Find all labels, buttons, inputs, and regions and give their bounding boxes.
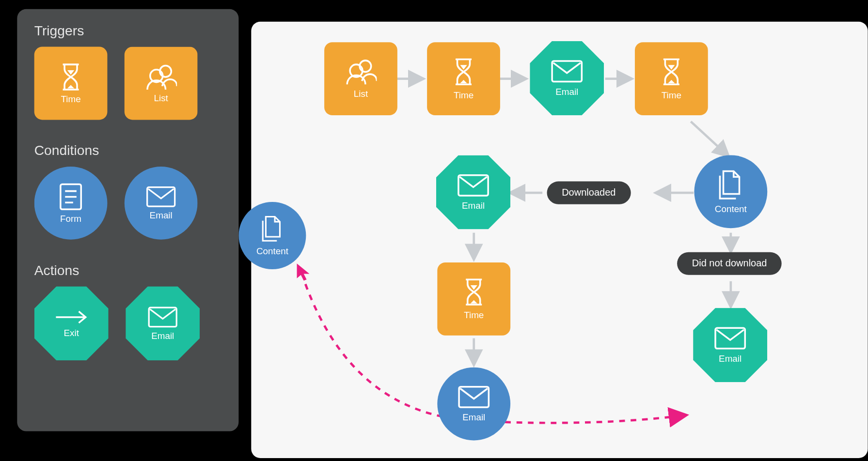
palette-item-email[interactable]: Email [125,167,198,240]
node-label: Content [715,204,747,215]
node-list[interactable]: List [324,42,397,115]
section-heading: Actions [34,262,221,278]
palette-item-label: Form [60,214,81,224]
node-label: Email [462,413,485,423]
dragging-node-content[interactable]: Content [238,202,306,269]
arrow-right-icon [54,308,89,328]
node-email-2[interactable]: Email [436,155,510,229]
palette-section-actions: Actions Exit Email [34,262,221,361]
svg-line-3 [691,122,728,156]
node-time-3[interactable]: Time [437,262,510,336]
palette-section-triggers: Triggers Time List [34,23,221,120]
palette-item-label: Exit [64,328,79,338]
edge-label-downloaded: Downloaded [547,182,631,204]
node-label: Time [662,90,681,100]
document-copy-icon [716,169,745,201]
svg-rect-12 [552,61,582,81]
edge-label-did-not-download: Did not download [677,252,782,275]
section-heading: Conditions [34,143,221,159]
svg-rect-15 [715,328,745,348]
palette-section-conditions: Conditions Form Email [34,143,221,240]
node-label: Time [464,310,484,321]
svg-rect-14 [459,387,489,407]
hourglass-icon [462,277,485,307]
node-label: Time [454,90,473,100]
palette-item-list[interactable]: List [125,47,198,120]
palette-item-form[interactable]: Form [34,167,108,240]
palette-item-time[interactable]: Time [34,47,108,120]
svg-rect-13 [458,175,488,196]
node-label: List [354,89,368,99]
svg-rect-24 [149,307,176,326]
workflow-builder-diagram: List Time Email Time Content Downloaded … [0,0,868,458]
hourglass-icon [452,57,475,87]
node-email-3[interactable]: Email [437,368,510,441]
envelope-icon [457,173,489,197]
palette-item-label: Email [150,211,173,221]
envelope-icon [458,385,490,409]
users-icon [345,58,377,86]
palette-item-label: Email [151,331,174,341]
node-label: Email [719,353,742,364]
palette-item-label: List [154,93,168,103]
envelope-icon [147,306,178,331]
palette-item-label: Time [61,94,80,104]
envelope-icon [714,326,747,350]
form-icon [58,182,83,214]
envelope-icon [145,185,176,211]
envelope-icon [551,60,584,83]
document-copy-icon [260,215,285,243]
node-label: Email [462,201,485,211]
cursor-icon [296,262,313,282]
palette-item-email-action[interactable]: Email [126,286,200,360]
users-icon [145,63,177,93]
node-content[interactable]: Content [694,155,767,228]
hourglass-icon [60,62,82,94]
node-label: Content [256,246,288,257]
node-label: Email [555,87,578,97]
node-time-2[interactable]: Time [635,42,708,115]
node-time-1[interactable]: Time [427,42,500,115]
hourglass-icon [660,57,683,87]
section-heading: Triggers [34,23,221,39]
palette-item-exit[interactable]: Exit [34,286,109,360]
palette-panel: Triggers Time List Conditions [17,9,238,431]
svg-rect-22 [147,187,175,206]
